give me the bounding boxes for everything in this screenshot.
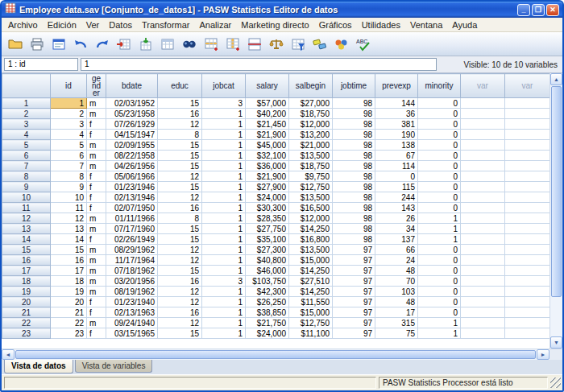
data-cell[interactable]: 10 (51, 192, 87, 203)
data-cell[interactable]: m (87, 151, 106, 161)
data-cell[interactable]: 08/22/1958 (106, 151, 158, 161)
data-cell[interactable]: f (87, 234, 106, 245)
data-cell[interactable]: 138 (375, 140, 418, 151)
row-header-13[interactable]: 13 (2, 224, 51, 234)
data-cell[interactable]: 12 (158, 255, 202, 266)
row-header-9[interactable]: 9 (2, 182, 51, 192)
row-header-5[interactable]: 5 (2, 140, 51, 151)
data-cell[interactable] (505, 140, 550, 151)
row-header-18[interactable]: 18 (2, 276, 51, 287)
menu-ver[interactable]: Ver (81, 19, 105, 31)
data-cell[interactable]: 07/17/1960 (106, 224, 158, 234)
scroll-right-button[interactable]: ► (537, 349, 549, 360)
data-cell[interactable]: 12 (158, 318, 202, 328)
row-header-1[interactable]: 1 (2, 98, 51, 109)
data-cell[interactable]: $103,750 (246, 276, 289, 287)
data-cell[interactable]: $27,510 (289, 276, 333, 287)
data-cell[interactable]: $18,750 (289, 109, 333, 119)
data-cell[interactable]: $27,900 (246, 182, 289, 192)
data-cell[interactable]: 08/29/1962 (106, 245, 158, 255)
data-cell[interactable] (505, 234, 550, 245)
data-cell[interactable]: 03/20/1956 (106, 276, 158, 287)
data-cell[interactable]: 07/18/1962 (106, 266, 158, 276)
data-cell[interactable]: $14,250 (289, 266, 333, 276)
row-header-3[interactable]: 3 (2, 119, 51, 130)
data-cell[interactable] (461, 276, 505, 287)
column-header-id[interactable]: id (51, 74, 87, 98)
data-cell[interactable]: 0 (418, 245, 461, 255)
data-cell[interactable]: f (87, 182, 106, 192)
data-cell[interactable]: $9,750 (289, 171, 333, 182)
data-cell[interactable]: 48 (375, 297, 418, 307)
data-cell[interactable] (505, 245, 550, 255)
menu-ayuda[interactable]: Ayuda (447, 19, 482, 31)
data-cell[interactable]: m (87, 161, 106, 171)
data-cell[interactable]: 26 (375, 213, 418, 224)
data-cell[interactable]: $36,000 (246, 161, 289, 171)
close-button[interactable]: ✕ (546, 4, 559, 16)
data-cell[interactable] (505, 130, 550, 140)
data-cell[interactable]: 08/19/1962 (106, 287, 158, 297)
data-cell[interactable]: 0 (418, 98, 461, 109)
data-cell[interactable]: $14,250 (289, 287, 333, 297)
data-cell[interactable]: 1 (202, 151, 246, 161)
goto-variable-icon[interactable] (136, 35, 156, 54)
data-cell[interactable]: 17 (375, 307, 418, 318)
data-cell[interactable] (505, 318, 550, 328)
data-cell[interactable]: 12 (158, 287, 202, 297)
data-cell[interactable]: m (87, 213, 106, 224)
data-cell[interactable]: $27,300 (246, 245, 289, 255)
data-cell[interactable]: 98 (333, 192, 375, 203)
row-header-16[interactable]: 16 (2, 255, 51, 266)
data-cell[interactable]: 1 (202, 171, 246, 182)
data-cell[interactable]: 98 (333, 98, 375, 109)
menu-analizar[interactable]: Analizar (195, 19, 237, 31)
open-data-icon[interactable] (6, 35, 25, 54)
tab-data-view[interactable]: Vista de datos (4, 360, 73, 373)
data-cell[interactable]: 12 (158, 245, 202, 255)
split-file-icon[interactable] (245, 35, 264, 54)
menu-graficos[interactable]: Gráficos (314, 19, 357, 31)
data-cell[interactable]: $13,200 (289, 130, 333, 140)
data-cell[interactable]: $15,000 (289, 255, 333, 266)
column-header-gender[interactable]: gender (87, 74, 106, 98)
data-cell[interactable]: 1 (202, 328, 246, 339)
variables-icon[interactable] (158, 35, 177, 54)
dialog-recall-icon[interactable] (49, 35, 68, 54)
data-cell[interactable]: m (87, 287, 106, 297)
data-cell[interactable]: $46,000 (246, 266, 289, 276)
data-cell[interactable]: $40,200 (246, 109, 289, 119)
data-cell[interactable]: 02/09/1955 (106, 140, 158, 151)
data-cell[interactable]: 98 (333, 161, 375, 171)
data-cell[interactable]: 75 (375, 328, 418, 339)
data-cell[interactable]: 1 (202, 161, 246, 171)
data-cell[interactable]: 01/23/1946 (106, 182, 158, 192)
data-cell[interactable]: $30,300 (246, 203, 289, 213)
data-cell[interactable]: 12 (158, 171, 202, 182)
data-cell[interactable] (461, 245, 505, 255)
data-cell[interactable]: 66 (375, 245, 418, 255)
data-cell[interactable]: 97 (333, 287, 375, 297)
data-cell[interactable]: 0 (418, 171, 461, 182)
scroll-down-button[interactable]: ▼ (550, 336, 562, 349)
data-cell[interactable] (461, 130, 505, 140)
data-cell[interactable]: $45,000 (246, 140, 289, 151)
data-cell[interactable]: 1 (202, 287, 246, 297)
data-cell[interactable]: 98 (333, 203, 375, 213)
row-header-21[interactable]: 21 (2, 307, 51, 318)
data-cell[interactable]: 97 (333, 255, 375, 266)
data-cell[interactable] (461, 328, 505, 339)
data-cell[interactable] (505, 255, 550, 266)
data-cell[interactable]: f (87, 203, 106, 213)
data-cell[interactable] (505, 161, 550, 171)
data-cell[interactable]: 1 (202, 182, 246, 192)
data-cell[interactable]: 0 (418, 203, 461, 213)
data-cell[interactable]: 0 (418, 297, 461, 307)
data-cell[interactable] (505, 151, 550, 161)
data-cell[interactable]: 144 (375, 98, 418, 109)
spell-check-icon[interactable]: ABC (354, 35, 373, 54)
horizontal-scrollbar[interactable]: ◄ ► (2, 349, 562, 360)
menu-transformar[interactable]: Transformar (137, 19, 195, 31)
data-cell[interactable]: 103 (375, 287, 418, 297)
data-cell[interactable]: 67 (375, 151, 418, 161)
